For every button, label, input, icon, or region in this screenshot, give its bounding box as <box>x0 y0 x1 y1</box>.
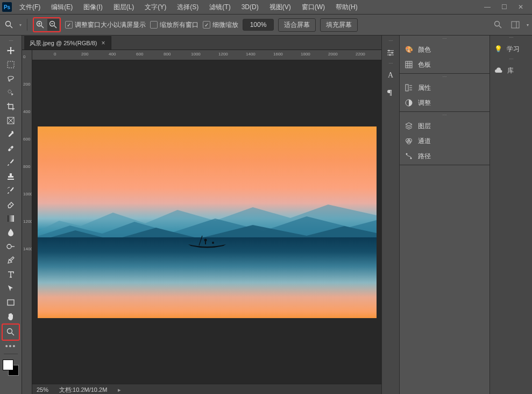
tool-grip: ᠁ <box>4 39 18 41</box>
edit-toolbar-button[interactable]: ••• <box>3 341 18 351</box>
menu-3d[interactable]: 3D(D) <box>236 0 264 14</box>
tool-strip: ᠁ ••• <box>0 36 22 394</box>
status-zoom[interactable]: 25% <box>37 386 48 393</box>
right-dock: ᠁ ᠁ A ᠁ 🎨颜色 色板 ᠁ 属性 调整 ᠁ 图层 通道 路径 <box>381 36 490 394</box>
fill-screen-button[interactable]: 填充屏幕 <box>320 18 358 32</box>
far-right-panel: ᠁ 💡学习 ᠁ 库 <box>490 36 532 394</box>
panel-learn[interactable]: 💡学习 <box>490 41 532 57</box>
menu-items: 文件(F) 编辑(E) 图像(I) 图层(L) 文字(Y) 选择(S) 滤镜(T… <box>14 0 476 14</box>
svg-line-21 <box>10 204 12 206</box>
hand-tool[interactable] <box>3 309 18 323</box>
gradient-tool[interactable] <box>3 212 18 226</box>
status-doc-size[interactable]: 文档:10.2M/10.2M <box>59 386 107 394</box>
panel-grip[interactable]: ᠁ <box>400 37 490 42</box>
lasso-tool[interactable] <box>3 72 18 86</box>
workspace-icon[interactable] <box>509 19 521 31</box>
fit-screen-button[interactable]: 适合屏幕 <box>278 18 316 32</box>
document-tab-bar: 风景.jpeg @ 25%(RGB/8) × <box>22 36 381 50</box>
color-swatches[interactable] <box>3 360 19 376</box>
menu-select[interactable]: 选择(S) <box>172 0 204 14</box>
path-select-tool[interactable] <box>3 282 18 296</box>
canvas[interactable] <box>32 60 381 384</box>
character-panel-icon[interactable]: A <box>383 67 398 84</box>
stamp-tool[interactable] <box>3 170 18 184</box>
zoom-out-button[interactable] <box>47 19 59 31</box>
move-tool[interactable] <box>3 44 18 58</box>
menu-image[interactable]: 图像(I) <box>78 0 108 14</box>
tool-dropdown-icon[interactable]: ▾ <box>19 23 22 27</box>
eraser-tool[interactable] <box>3 198 18 212</box>
active-tool-icon[interactable] <box>3 19 15 31</box>
menu-type[interactable]: 文字(Y) <box>139 0 172 14</box>
panel-properties[interactable]: 属性 <box>400 80 490 95</box>
layers-icon <box>404 122 414 130</box>
panel-paths[interactable]: 路径 <box>400 149 490 164</box>
zoom-in-button[interactable] <box>34 19 46 31</box>
menu-edit[interactable]: 编辑(E) <box>46 0 78 14</box>
svg-point-31 <box>212 242 214 244</box>
svg-line-10 <box>499 26 502 29</box>
brush-tool[interactable] <box>3 156 18 170</box>
panel-color[interactable]: 🎨颜色 <box>400 42 490 57</box>
panel-grip[interactable]: ᠁ <box>388 61 393 67</box>
scrubby-zoom-checkbox[interactable]: 细微缩放 <box>203 20 238 30</box>
canvas-image <box>38 126 377 318</box>
adjustments-icon <box>404 99 414 107</box>
healing-tool[interactable] <box>3 142 18 156</box>
zoom-tool[interactable] <box>2 323 20 341</box>
menu-file[interactable]: 文件(F) <box>14 0 46 14</box>
quick-select-tool[interactable] <box>3 86 18 100</box>
maximize-button[interactable]: ☐ <box>501 3 507 11</box>
slider-panel-icon[interactable] <box>383 44 398 61</box>
menu-window[interactable]: 窗口(W) <box>296 0 330 14</box>
crop-tool[interactable] <box>3 100 18 114</box>
menu-layer[interactable]: 图层(L) <box>108 0 140 14</box>
type-tool[interactable] <box>3 268 18 282</box>
tab-close-icon[interactable]: × <box>102 39 105 47</box>
zoom-100-button[interactable]: 100% <box>243 19 274 31</box>
panel-swatches[interactable]: 色板 <box>400 57 490 72</box>
ruler-wrap: 0200400600800100012001400 02004006008001… <box>22 50 381 394</box>
menu-view[interactable]: 视图(V) <box>264 0 296 14</box>
svg-point-26 <box>8 329 12 334</box>
ruler-vertical[interactable]: 0200400600800100012001400 <box>22 50 32 394</box>
workspace-dropdown-icon[interactable]: ▾ <box>527 23 529 27</box>
eyedropper-tool[interactable] <box>3 128 18 142</box>
panel-adjustments[interactable]: 调整 <box>400 95 490 110</box>
menu-filter[interactable]: 滤镜(T) <box>204 0 236 14</box>
foreground-color[interactable] <box>3 360 13 370</box>
dodge-tool[interactable] <box>3 240 18 254</box>
search-icon[interactable] <box>492 19 504 31</box>
panel-channels[interactable]: 通道 <box>400 133 490 149</box>
svg-point-37 <box>389 54 391 56</box>
options-right: ▾ <box>492 19 529 31</box>
all-windows-checkbox[interactable]: 缩放所有窗口 <box>150 20 198 30</box>
rectangle-tool[interactable] <box>3 296 18 309</box>
svg-rect-29 <box>205 241 206 244</box>
svg-point-14 <box>8 90 11 93</box>
panel-grip[interactable]: ᠁ <box>400 75 490 80</box>
panel-layers[interactable]: 图层 <box>400 118 490 133</box>
document-tab[interactable]: 风景.jpeg @ 25%(RGB/8) × <box>24 36 111 50</box>
channels-icon <box>404 137 414 145</box>
panel-grip[interactable]: ᠁ <box>490 36 532 41</box>
properties-icon <box>404 84 414 92</box>
history-brush-tool[interactable] <box>3 184 18 198</box>
panel-grip[interactable]: ᠁ <box>490 57 532 62</box>
pen-tool[interactable] <box>3 254 18 268</box>
blur-tool[interactable] <box>3 226 18 240</box>
marquee-tool[interactable] <box>3 58 18 72</box>
panel-grip[interactable]: ᠁ <box>388 39 393 44</box>
frame-tool[interactable] <box>3 114 18 128</box>
status-flyout-icon[interactable]: ▸ <box>118 386 121 393</box>
panel-libraries[interactable]: 库 <box>490 62 532 79</box>
menu-help[interactable]: 帮助(H) <box>330 0 363 14</box>
resize-window-checkbox[interactable]: 调整窗口大小以满屏显示 <box>65 20 146 30</box>
minimize-button[interactable]: — <box>484 3 491 11</box>
separator <box>27 19 27 31</box>
paragraph-panel-icon[interactable] <box>383 84 398 101</box>
svg-line-30 <box>199 236 202 245</box>
panel-grip[interactable]: ᠁ <box>400 113 490 118</box>
ruler-horizontal[interactable]: 0200400600800100012001400160018002000220… <box>32 50 381 60</box>
close-button[interactable]: ✕ <box>518 3 523 11</box>
